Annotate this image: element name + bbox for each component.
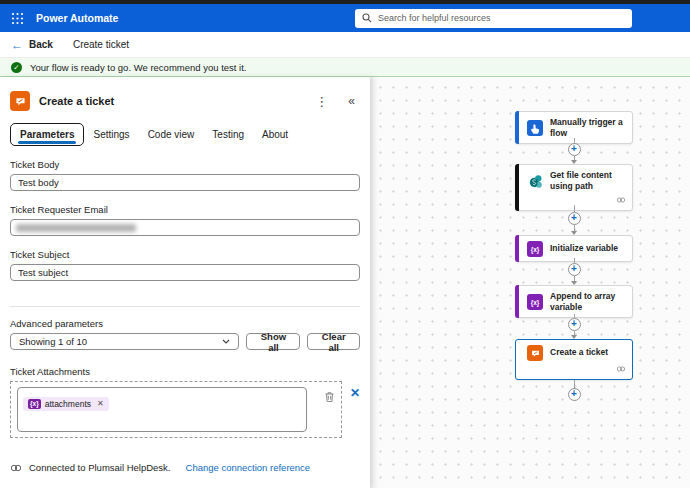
top-app-bar: Power Automate Search for helpful resour… [0, 4, 690, 32]
back-button[interactable]: Back [29, 39, 53, 50]
connection-reference-icon [616, 196, 626, 204]
ticket-attachments-row: {x} attachments ✕ ✕ [10, 381, 360, 438]
attachments-token-input[interactable]: {x} attachments ✕ [17, 387, 307, 432]
panel-title: Create a ticket [39, 95, 114, 107]
insert-step-connector: + [567, 314, 581, 339]
token-label: attachments [45, 399, 91, 409]
variable-icon: {x} [527, 294, 543, 310]
redacted-email-value [16, 224, 136, 232]
app-title: Power Automate [36, 12, 118, 24]
change-connection-link[interactable]: Change connection reference [186, 462, 311, 473]
node-title: Create a ticket [550, 347, 608, 358]
ticket-body-label: Ticket Body [10, 159, 360, 170]
node-title: Append to array variable [550, 291, 627, 313]
node-stripe [515, 111, 519, 144]
add-action-button[interactable]: + [568, 212, 581, 225]
insert-step-connector: + [567, 138, 581, 164]
clear-all-button[interactable]: Clear all [307, 333, 360, 350]
ticket-body-input[interactable] [10, 174, 360, 191]
ticket-requester-email-label: Ticket Requester Email [10, 204, 360, 215]
more-actions-icon[interactable]: ⋮ [311, 94, 332, 109]
waffle-grid [11, 12, 24, 25]
add-action-button[interactable]: + [568, 263, 581, 276]
clear-attachments-icon[interactable]: ✕ [350, 387, 360, 399]
global-search-input[interactable]: Search for helpful resources [355, 9, 632, 28]
panel-tabs: Parameters Settings Code view Testing Ab… [10, 123, 360, 146]
add-action-button[interactable]: + [568, 318, 581, 331]
add-action-button[interactable]: + [568, 388, 581, 401]
collapse-panel-icon[interactable]: « [348, 94, 355, 108]
node-stripe [515, 235, 519, 262]
chevron-down-icon [222, 339, 230, 344]
show-all-button[interactable]: Show all [246, 333, 300, 350]
delete-attachment-icon[interactable] [324, 389, 335, 407]
back-arrow-icon[interactable]: ← [11, 39, 23, 51]
variable-token-icon: {x} [28, 399, 41, 409]
tab-about[interactable]: About [253, 124, 297, 145]
attachments-dropzone[interactable]: {x} attachments ✕ [10, 381, 342, 438]
plumsail-helpdesk-icon [527, 345, 543, 361]
advanced-parameters-row: Showing 1 of 10 Show all Clear all [10, 333, 360, 350]
manual-trigger-icon [527, 120, 543, 136]
section-divider [10, 306, 360, 307]
variable-icon: {x} [527, 241, 543, 257]
sharepoint-icon [527, 173, 543, 189]
panel-header: Create a ticket ⋮ « [10, 91, 360, 111]
ticket-requester-email-input[interactable] [10, 219, 360, 236]
ticket-subject-label: Ticket Subject [10, 249, 360, 260]
banner-message: Your flow is ready to go. We recommend y… [30, 62, 247, 73]
node-title: Manually trigger a flow [550, 117, 627, 139]
tab-testing[interactable]: Testing [203, 124, 253, 145]
dropdown-value: Showing 1 of 10 [19, 336, 87, 347]
ticket-subject-input[interactable] [10, 264, 360, 281]
node-stripe [515, 164, 519, 211]
node-title: Initialize variable [550, 243, 618, 254]
node-stripe [515, 285, 519, 318]
advanced-parameters-label: Advanced parameters [10, 318, 360, 329]
attachments-token-chip[interactable]: {x} attachments ✕ [23, 397, 109, 411]
connection-status-text: Connected to Plumsail HelpDesk. [29, 462, 171, 473]
insert-step-connector: + [567, 380, 581, 401]
search-icon [362, 13, 372, 23]
advanced-parameters-dropdown[interactable]: Showing 1 of 10 [10, 333, 239, 350]
flow-ready-banner: ✓ Your flow is ready to go. We recommend… [0, 58, 690, 77]
action-parameters-panel: Create a ticket ⋮ « Parameters Settings … [0, 77, 370, 488]
power-automate-app: Power Automate Search for helpful resour… [0, 0, 690, 488]
tab-settings[interactable]: Settings [84, 124, 138, 145]
success-check-icon: ✓ [11, 62, 22, 73]
ticket-attachments-label: Ticket Attachments [10, 366, 360, 377]
main-area: Create a ticket ⋮ « Parameters Settings … [0, 77, 690, 488]
add-action-button[interactable]: + [568, 143, 581, 156]
node-title: Get file content using path [550, 170, 627, 192]
connection-link-icon [10, 463, 22, 473]
tab-code-view[interactable]: Code view [139, 124, 204, 145]
search-placeholder: Search for helpful resources [378, 13, 491, 23]
flow-node-create-a-ticket[interactable]: Create a ticket [515, 339, 633, 380]
connection-reference-icon [616, 365, 626, 373]
plumsail-helpdesk-icon [10, 91, 30, 111]
waffle-menu-icon[interactable] [10, 11, 24, 25]
insert-step-connector: + [567, 205, 581, 235]
tab-parameters[interactable]: Parameters [10, 123, 84, 146]
connection-status-row: Connected to Plumsail HelpDesk. Change c… [10, 462, 360, 473]
insert-step-connector: + [567, 258, 581, 285]
flow-canvas[interactable]: Manually trigger a flow + [370, 77, 690, 488]
token-remove-icon[interactable]: ✕ [97, 399, 104, 408]
breadcrumb: ← Back Create ticket [0, 32, 690, 58]
flow-name: Create ticket [73, 39, 129, 50]
